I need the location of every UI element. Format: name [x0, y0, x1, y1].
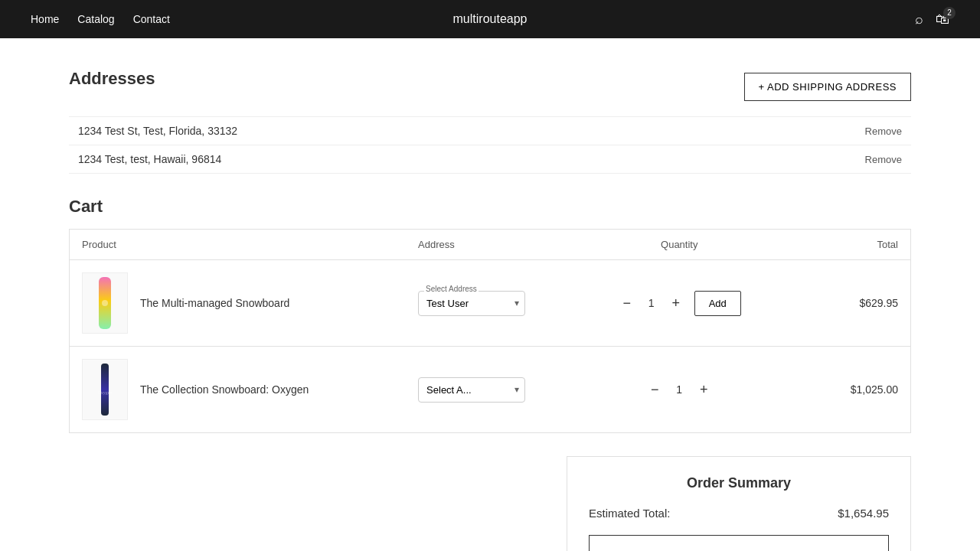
nav-home[interactable]: Home [31, 13, 59, 25]
product-image-1 [82, 272, 128, 334]
cart-header-row: Product Address Quantity Total [70, 230, 911, 260]
estimated-total-value: $1,654.95 [838, 507, 889, 520]
nav-links: Home Catalog Contact [31, 13, 170, 25]
col-total: Total [785, 230, 911, 260]
cart-icon-wrapper[interactable]: 🛍 2 [936, 11, 949, 28]
site-logo[interactable]: multirouteapp [453, 12, 528, 26]
cart-title: Cart [69, 197, 911, 217]
cart-quantity-cell-2: − 1 + [574, 347, 785, 433]
addresses-title: Addresses [69, 69, 155, 89]
add-shipping-address-button[interactable]: + ADD SHIPPING ADDRESS [744, 73, 911, 101]
cart-total-2: $1,025.00 [785, 347, 911, 433]
quantity-decrease-1[interactable]: − [618, 294, 636, 312]
snowboard-1-svg [93, 276, 117, 331]
svg-point-1 [102, 300, 108, 306]
col-address: Address [406, 230, 574, 260]
estimated-total-label: Estimated Total: [589, 507, 670, 520]
product-image-2: Oxygen [82, 359, 128, 420]
quantity-value-2: 1 [673, 383, 685, 396]
cart-product-cell-2: Oxygen The Collection Snowboard: Oxygen [70, 347, 407, 433]
navbar: Home Catalog Contact multirouteapp ⌕ 🛍 2 [0, 0, 980, 38]
product-name-1: The Multi-managed Snowboard [140, 297, 289, 309]
address-item-1: 1234 Test St, Test, Florida, 33132 Remov… [69, 116, 911, 145]
order-summary-total-row: Estimated Total: $1,654.95 [589, 507, 889, 520]
order-summary-box: Order Summary Estimated Total: $1,654.95… [567, 456, 911, 551]
cart-quantity-cell-1: − 1 + Add [574, 260, 785, 347]
product-name-2: The Collection Snowboard: Oxygen [140, 383, 309, 396]
quantity-increase-2[interactable]: + [694, 380, 713, 399]
continue-to-shipping-button[interactable]: CONTINUE TO SHIPPING [589, 535, 889, 551]
order-summary-wrapper: Order Summary Estimated Total: $1,654.95… [69, 456, 911, 551]
address-select-wrapper-1: Select Address Test User 1234 Test St 12… [418, 291, 525, 316]
cart-address-cell-1: Select Address Test User 1234 Test St 12… [406, 260, 574, 347]
address-text-2: 1234 Test, test, Hawaii, 96814 [78, 153, 221, 165]
address-text-1: 1234 Test St, Test, Florida, 33132 [78, 125, 237, 137]
order-summary-title: Order Summary [589, 475, 889, 491]
cart-table: Product Address Quantity Total [69, 229, 911, 433]
cart-address-cell-2: Select A... Test User ▾ [406, 347, 574, 433]
quantity-decrease-2[interactable]: − [645, 380, 664, 399]
address-select-2[interactable]: Select A... Test User [418, 377, 525, 403]
svg-text:Oxygen: Oxygen [98, 390, 113, 395]
cart-total-1: $629.95 [785, 260, 911, 347]
quantity-value-1: 1 [645, 297, 658, 309]
remove-address-2[interactable]: Remove [865, 154, 902, 165]
addresses-header: Addresses + ADD SHIPPING ADDRESS [69, 69, 911, 104]
snowboard-2-svg: Oxygen [93, 362, 117, 417]
col-product: Product [70, 230, 407, 260]
main-content: Addresses + ADD SHIPPING ADDRESS 1234 Te… [54, 38, 926, 551]
address-item-2: 1234 Test, test, Hawaii, 96814 Remove [69, 145, 911, 174]
quantity-increase-1[interactable]: + [667, 294, 685, 312]
svg-rect-2 [101, 364, 109, 416]
address-select-wrapper-2: Select A... Test User ▾ [418, 377, 525, 403]
add-button-1[interactable]: Add [694, 291, 741, 316]
nav-contact[interactable]: Contact [133, 13, 170, 25]
cart-product-cell-1: The Multi-managed Snowboard [70, 260, 407, 347]
search-icon[interactable]: ⌕ [915, 11, 923, 28]
cart-badge: 2 [943, 7, 956, 19]
remove-address-1[interactable]: Remove [865, 126, 902, 137]
address-list: 1234 Test St, Test, Florida, 33132 Remov… [69, 116, 911, 174]
cart-row-2: Oxygen The Collection Snowboard: Oxygen … [70, 347, 911, 433]
address-select-1[interactable]: Test User 1234 Test St 1234 Test [418, 291, 525, 316]
nav-right: ⌕ 🛍 2 [915, 11, 949, 28]
nav-catalog[interactable]: Catalog [77, 13, 114, 25]
cart-row-1: The Multi-managed Snowboard Select Addre… [70, 260, 911, 347]
col-quantity: Quantity [574, 230, 785, 260]
address-select-label-1: Select Address [424, 285, 479, 293]
